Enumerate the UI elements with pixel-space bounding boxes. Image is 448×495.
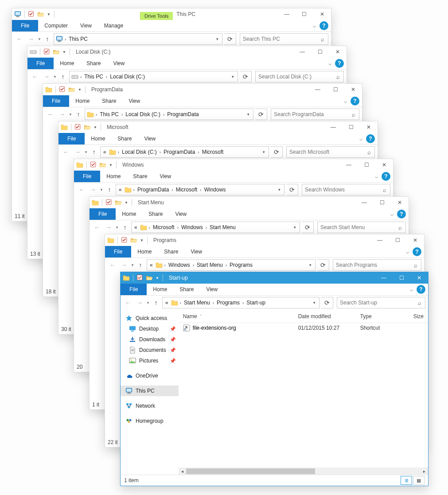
title-bar[interactable]: ▼ Local Disk (C:) — ☐ ✕: [27, 46, 347, 58]
address-bar[interactable]: ›This PC ▾: [54, 33, 222, 45]
column-headers[interactable]: Name˄ Date modified Type Size: [179, 310, 428, 323]
tab-home[interactable]: Home: [85, 133, 111, 144]
search-icon[interactable]: ⌕: [317, 36, 328, 43]
close-button[interactable]: ✕: [406, 234, 424, 246]
refresh-button[interactable]: ⟳: [271, 146, 283, 158]
ribbon-expand-icon[interactable]: ⌵: [371, 171, 382, 182]
properties-icon[interactable]: [58, 86, 66, 94]
chevron-right-icon[interactable]: ›: [121, 112, 124, 117]
properties-icon[interactable]: [136, 274, 144, 282]
ribbon-expand-icon[interactable]: ⌵: [324, 58, 335, 69]
navigation-pane[interactable]: Quick accessDesktop📌Downloads📌Documents📌…: [121, 310, 179, 475]
file-list[interactable]: Name˄ Date modified Type Size file-exten…: [179, 310, 428, 475]
breadcrumb-icon[interactable]: [55, 35, 64, 43]
breadcrumb-segment[interactable]: ProgramData: [162, 149, 197, 155]
search-box[interactable]: ⌕: [286, 146, 375, 158]
search-box[interactable]: ⌕: [271, 109, 359, 120]
address-bar[interactable]: «›Local Disk (C:)›ProgramData›Microsoft …: [100, 146, 269, 158]
minimize-button[interactable]: —: [371, 234, 389, 246]
up-button[interactable]: ↑: [58, 72, 67, 82]
tab-home[interactable]: Home: [116, 208, 142, 220]
chevron-right-icon[interactable]: ›: [148, 225, 151, 230]
search-box[interactable]: ⌕: [240, 33, 328, 45]
history-dropdown-icon[interactable]: ▼: [84, 150, 88, 154]
new-folder-icon[interactable]: [37, 10, 45, 18]
tree-quick-access[interactable]: Quick access: [121, 313, 179, 324]
minimize-button[interactable]: —: [355, 197, 373, 208]
up-button[interactable]: ↑: [136, 260, 145, 270]
tab-file[interactable]: File: [27, 58, 54, 69]
address-bar[interactable]: «›Start Menu›Programs›Start-up ▾: [162, 297, 319, 308]
history-dropdown-icon[interactable]: ▼: [53, 75, 57, 79]
tab-file[interactable]: File: [90, 208, 116, 220]
breadcrumb-overflow[interactable]: «: [164, 300, 170, 306]
search-input[interactable]: [271, 111, 348, 117]
tree-item-this pc[interactable]: This PC: [121, 386, 179, 396]
refresh-button[interactable]: ⟳: [302, 222, 314, 233]
back-button[interactable]: ←: [46, 109, 55, 119]
title-bar[interactable]: ▼ Drive Tools This PC — ☐ ✕: [12, 8, 331, 20]
properties-icon[interactable]: [105, 199, 113, 207]
search-input[interactable]: [318, 224, 395, 230]
tab-share[interactable]: Share: [173, 284, 200, 295]
back-button[interactable]: ←: [123, 298, 133, 308]
breadcrumb-segment[interactable]: Local Disk (C:): [108, 74, 147, 80]
title-bar[interactable]: ▼ Programs — ☐ ✕: [105, 234, 424, 246]
chevron-right-icon[interactable]: ›: [105, 74, 108, 79]
address-dropdown-icon[interactable]: ▾: [291, 225, 299, 230]
column-name[interactable]: Name˄: [179, 313, 294, 320]
qat-dropdown-icon[interactable]: ▼: [139, 238, 144, 242]
search-input[interactable]: [337, 300, 414, 306]
new-folder-icon[interactable]: [68, 86, 76, 94]
breadcrumb-icon[interactable]: [86, 111, 95, 118]
back-button[interactable]: ←: [92, 222, 102, 232]
chevron-right-icon[interactable]: ›: [162, 112, 165, 117]
chevron-right-icon[interactable]: ›: [199, 187, 202, 192]
tab-view[interactable]: View: [169, 208, 193, 220]
chevron-right-icon[interactable]: ›: [159, 150, 162, 155]
forward-button[interactable]: →: [104, 222, 113, 232]
minimize-button[interactable]: —: [278, 8, 296, 20]
tab-manage[interactable]: Manage: [98, 20, 129, 31]
title-bar[interactable]: ▼ Start Menu — ☐ ✕: [90, 197, 409, 208]
tab-file[interactable]: File: [105, 246, 131, 257]
ribbon-expand-icon[interactable]: ⌵: [340, 95, 351, 107]
new-folder-icon[interactable]: [114, 199, 122, 207]
address-dropdown-icon[interactable]: ▾: [229, 74, 237, 79]
maximize-button[interactable]: ☐: [342, 121, 360, 133]
forward-button[interactable]: →: [26, 34, 36, 44]
breadcrumb-icon[interactable]: [108, 148, 117, 156]
qat-dropdown-icon[interactable]: ▼: [155, 276, 160, 280]
properties-icon[interactable]: [43, 48, 51, 56]
address-bar[interactable]: «›Windows›Start Menu›Programs ▾: [147, 259, 316, 271]
breadcrumb-segment[interactable]: Windows: [179, 224, 205, 230]
maximize-button[interactable]: ☐: [358, 159, 375, 171]
tab-view[interactable]: View: [153, 171, 177, 182]
history-dropdown-icon[interactable]: ▼: [131, 263, 134, 267]
tree-item-pictures[interactable]: Pictures📌: [121, 355, 179, 366]
breadcrumb-overflow[interactable]: «: [101, 149, 108, 155]
forward-button[interactable]: →: [73, 147, 82, 157]
history-dropdown-icon[interactable]: ▼: [146, 301, 150, 305]
tab-view[interactable]: View: [122, 95, 146, 107]
breadcrumb-segment[interactable]: This PC: [98, 111, 121, 117]
explorer-window[interactable]: ▼ Start-up — ☐ ✕ FileHomeShareView ⌵ ? ←: [120, 272, 429, 486]
search-box[interactable]: ⌕: [255, 71, 344, 82]
breadcrumb-segment[interactable]: ProgramData: [136, 187, 171, 193]
scroll-track[interactable]: [186, 468, 421, 475]
search-box[interactable]: ⌕: [317, 222, 406, 233]
chevron-right-icon[interactable]: ›: [171, 187, 174, 192]
address-dropdown-icon[interactable]: ▾: [245, 112, 252, 117]
chevron-right-icon[interactable]: ›: [242, 300, 245, 305]
breadcrumb-segment[interactable]: Microsoft: [174, 187, 199, 193]
tab-home[interactable]: Home: [131, 246, 158, 257]
qat-dropdown-icon[interactable]: ▼: [77, 88, 82, 92]
ribbon-expand-icon[interactable]: ⌵: [355, 133, 366, 144]
maximize-button[interactable]: ☐: [327, 84, 344, 95]
breadcrumb-segment[interactable]: Start-up: [245, 300, 267, 306]
tab-file[interactable]: File: [121, 284, 147, 295]
address-dropdown-icon[interactable]: ▾: [276, 187, 283, 192]
minimize-button[interactable]: —: [293, 46, 311, 58]
breadcrumb-segment[interactable]: Start Menu: [208, 224, 238, 230]
tab-share[interactable]: Share: [96, 95, 122, 107]
